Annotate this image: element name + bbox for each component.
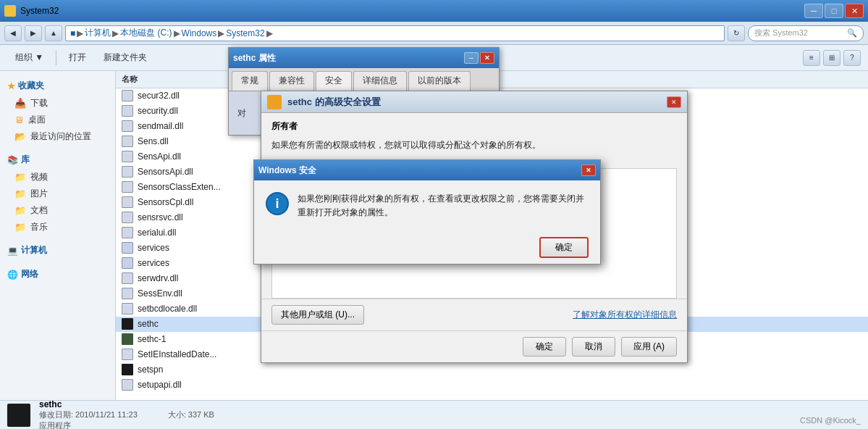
watermark: CSDN @Kicock_ xyxy=(800,416,861,425)
dll-icon xyxy=(122,90,133,101)
file-name: SessEnv.dll xyxy=(138,288,268,299)
computer-section: 💻 计算机 xyxy=(0,241,115,259)
win-security-footer: 确定 xyxy=(254,231,600,264)
win-security-close-btn[interactable]: ✕ xyxy=(581,164,596,176)
folder-icon: 📁 xyxy=(14,205,26,216)
sidebar-item-pictures[interactable]: 📁 图片 xyxy=(0,186,115,202)
toolbar-separator xyxy=(56,51,56,65)
learn-more-link[interactable]: 了解对象所有权的详细信息 xyxy=(573,309,677,321)
status-bar: sethc 修改日期: 2010/11/21 11:23 应用程序 大小: 33… xyxy=(0,400,868,429)
organize-button[interactable]: 组织 ▼ xyxy=(7,48,51,68)
other-users-button[interactable]: 其他用户或组 (U)... xyxy=(271,305,364,325)
address-bar: ◀ ▶ ▲ ■ ▶ 计算机 ▶ 本地磁盘 (C:) ▶ Windows ▶ Sy… xyxy=(0,22,868,45)
computer-label: 计算机 xyxy=(21,244,47,257)
win-security-ok-btn[interactable]: 确定 xyxy=(539,237,589,258)
dll-icon xyxy=(122,120,133,132)
advanced-security-title-bar: sethc 的高级安全设置 ✕ xyxy=(261,91,687,113)
favorites-section: ★ 收藏夹 📥 下载 🖥 桌面 📂 最近访问的位置 xyxy=(0,77,115,145)
libraries-header[interactable]: 📚 库 xyxy=(0,151,115,169)
file-name: sethc xyxy=(138,319,268,329)
win-security-body: i 如果您刚刚获得此对象的所有权，在查看或更改权限之前，您将需要关闭并重新打开此… xyxy=(254,180,600,231)
advanced-security-apply-btn[interactable]: 应用 (A) xyxy=(621,337,677,357)
up-button[interactable]: ▲ xyxy=(45,25,62,41)
dialog-win-security: Windows 安全 ✕ i 如果您刚刚获得此对象的所有权，在查看或更改权限之前… xyxy=(253,159,601,265)
sidebar-item-video[interactable]: 📁 视频 xyxy=(0,169,115,186)
file-item[interactable]: setupapi.dll xyxy=(116,378,868,393)
tab-security[interactable]: 安全 xyxy=(316,71,352,91)
sidebar-item-downloads[interactable]: 📥 下载 xyxy=(0,95,115,112)
file-name: SetIEInstalledDate... xyxy=(138,349,268,359)
tab-previous-versions[interactable]: 以前的版本 xyxy=(408,71,471,91)
favorites-label: 收藏夹 xyxy=(18,80,44,92)
computer-header[interactable]: 💻 计算机 xyxy=(0,241,115,259)
advanced-security-buttons: 确定 取消 应用 (A) xyxy=(261,330,687,362)
advanced-security-title-text: sethc 的高级安全设置 xyxy=(267,95,381,109)
win-security-title: Windows 安全 xyxy=(258,164,316,177)
dll-icon xyxy=(122,379,133,391)
folder-icon: 📥 xyxy=(14,98,26,109)
advanced-security-cancel-btn[interactable]: 取消 xyxy=(572,337,615,357)
advanced-security-ok-btn[interactable]: 确定 xyxy=(523,337,566,357)
dialog-tabs: 常规 兼容性 安全 详细信息 以前的版本 xyxy=(229,68,499,91)
tab-general[interactable]: 常规 xyxy=(232,71,268,91)
minimize-button[interactable]: ─ xyxy=(804,4,823,18)
address-path[interactable]: ■ ▶ 计算机 ▶ 本地磁盘 (C:) ▶ Windows ▶ System32… xyxy=(65,25,725,41)
folder-icon: 📁 xyxy=(14,222,26,233)
sidebar-item-music[interactable]: 📁 音乐 xyxy=(0,219,115,236)
dll-icon xyxy=(122,227,133,238)
info-icon: i xyxy=(266,192,289,215)
star-icon: ★ xyxy=(7,81,15,91)
new-folder-button[interactable]: 新建文件夹 xyxy=(96,48,155,68)
file-name: serwdrv.dll xyxy=(138,273,268,283)
file-name: setupapi.dll xyxy=(138,380,268,390)
services-icon xyxy=(122,242,133,254)
search-box[interactable]: 搜索 System32 🔍 xyxy=(748,25,864,41)
sidebar-item-label: 最近访问的位置 xyxy=(30,130,91,143)
title-bar-left: System32 xyxy=(4,5,59,17)
dll-icon xyxy=(122,151,133,162)
close-button[interactable]: ✕ xyxy=(845,4,864,18)
sidebar-item-label: 图片 xyxy=(30,188,48,200)
sidebar-item-label: 音乐 xyxy=(30,221,48,233)
forward-button[interactable]: ▶ xyxy=(25,25,42,41)
pane-button[interactable]: ⊞ xyxy=(823,50,840,66)
help-button[interactable]: ? xyxy=(843,50,861,66)
status-filename: sethc xyxy=(39,399,138,409)
back-button[interactable]: ◀ xyxy=(4,25,22,41)
view-options-button[interactable]: ≡ xyxy=(803,50,820,66)
dialog-minimize-btn[interactable]: ─ xyxy=(464,52,479,64)
dialog-close-btn[interactable]: ✕ xyxy=(480,52,494,64)
dll-icon xyxy=(122,212,133,223)
tab-compatibility[interactable]: 兼容性 xyxy=(269,71,314,91)
dll-icon xyxy=(122,105,133,117)
dialog-title: sethc 属性 xyxy=(233,52,276,64)
folder-icon: 📂 xyxy=(14,131,26,142)
title-bar: System32 ─ □ ✕ xyxy=(0,0,868,22)
sidebar-item-label: 桌面 xyxy=(28,114,46,126)
favorites-header[interactable]: ★ 收藏夹 xyxy=(0,77,115,95)
search-icon: 🔍 xyxy=(847,28,857,38)
file-name: sethc-1 xyxy=(138,334,268,344)
network-section: 🌐 网络 xyxy=(0,265,115,283)
dll-icon xyxy=(122,272,133,284)
folder-icon xyxy=(4,5,16,17)
maximize-button[interactable]: □ xyxy=(825,4,843,18)
shield-icon xyxy=(267,95,282,109)
sidebar-item-label: 下载 xyxy=(30,97,48,109)
sidebar-item-documents[interactable]: 📁 文档 xyxy=(0,202,115,219)
tab-details[interactable]: 详细信息 xyxy=(353,71,407,91)
dialog-title-bar: sethc 属性 ─ ✕ xyxy=(229,48,499,68)
dll-icon xyxy=(122,349,133,360)
open-button[interactable]: 打开 xyxy=(61,48,94,68)
dll-icon xyxy=(122,136,133,147)
refresh-button[interactable]: ↻ xyxy=(728,25,745,41)
sidebar-item-desktop[interactable]: 🖥 桌面 xyxy=(0,112,115,128)
sidebar-item-label: 文档 xyxy=(30,204,48,217)
network-label: 网络 xyxy=(21,268,38,280)
file-name: sensrsvc.dll xyxy=(138,212,268,222)
network-header[interactable]: 🌐 网络 xyxy=(0,265,115,283)
advanced-security-close-btn[interactable]: ✕ xyxy=(667,96,681,108)
file-name: setspn xyxy=(138,365,268,375)
sidebar-item-recent[interactable]: 📂 最近访问的位置 xyxy=(0,128,115,145)
file-item[interactable]: setspn xyxy=(116,362,868,378)
